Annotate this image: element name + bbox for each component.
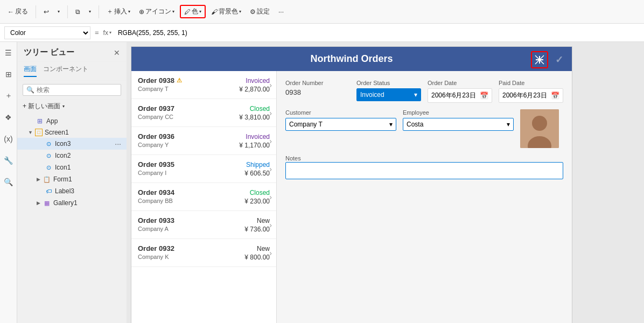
tree-item-icon2[interactable]: ⊙ Icon2 (17, 150, 127, 162)
field-order-date: Order Date 2006年6月23日 📅 (428, 80, 492, 103)
canvas: Northwind Orders ✓ (127, 42, 644, 323)
order-status-select[interactable]: Invoiced ▾ (356, 88, 421, 101)
tab-component[interactable]: コンポーネント (43, 65, 88, 77)
order-chevron: › (269, 137, 272, 145)
order-item-footer: Company T ¥ 2,870.00 (138, 86, 270, 93)
color-label: 色 (192, 7, 198, 16)
order-item[interactable]: Order 0934 Closed Company BB ¥ 230.00 › (131, 183, 276, 211)
close-button[interactable]: ✕ (114, 48, 120, 57)
tree-item-app[interactable]: ⊞ App (17, 115, 127, 127)
chevron-down-icon: ▾ (58, 9, 60, 14)
fx-label: fx (103, 29, 108, 37)
order-date-input[interactable]: 2006年6月23日 📅 (428, 88, 492, 103)
copy-dropdown[interactable]: ▾ (86, 7, 94, 16)
equals-sign: = (95, 29, 99, 37)
add-icon-button[interactable] (531, 51, 548, 68)
order-date-value: 2006年6月23日 (431, 91, 476, 100)
component-icon[interactable]: ❖ (2, 111, 15, 124)
order-number: Order 0937 (138, 104, 174, 113)
order-amount: ¥ 736.00 (244, 226, 270, 233)
property-select[interactable]: Color (4, 26, 90, 39)
chevron-down-icon-screen: ▾ (62, 104, 65, 109)
paid-date-label: Paid Date (499, 80, 563, 86)
order-chevron: › (269, 249, 272, 257)
copy-icon: ⧉ (75, 8, 80, 16)
employee-avatar (520, 109, 559, 148)
order-chevron: › (269, 109, 272, 117)
order-company: Company A (138, 226, 169, 233)
svg-line-4 (535, 60, 539, 64)
chevron-down-status: ▾ (414, 91, 417, 99)
back-button[interactable]: ← 戻る (4, 5, 31, 18)
search-input[interactable] (37, 86, 117, 94)
tree-item-label3[interactable]: 🏷 Label3 (17, 185, 127, 197)
check-icon-button[interactable]: ✓ (550, 51, 568, 68)
more-label: ··· (278, 8, 284, 16)
notes-input[interactable] (285, 162, 563, 179)
wrench-icon[interactable]: 🔧 (2, 154, 15, 167)
undo-button[interactable]: ↩ (40, 6, 52, 18)
tree-item-gallery1[interactable]: ▶ ▦ Gallery1 (17, 197, 127, 209)
detail-grid-row2: Customer Company T ▾ Employee Costa ▾ (285, 109, 563, 148)
icon3-menu[interactable]: ··· (115, 139, 121, 148)
order-status: New (257, 217, 270, 224)
order-item-footer: Company BB ¥ 230.00 (138, 198, 270, 205)
fx-button[interactable]: fx ▾ (103, 29, 111, 37)
paid-date-input[interactable]: 2006年6月23日 📅 (499, 88, 563, 103)
chevron-down-employee: ▾ (507, 121, 510, 128)
order-number: Order 0936 (138, 132, 174, 141)
layers-icon[interactable]: ⊞ (2, 68, 15, 81)
insert-button[interactable]: ＋ 挿入 ▾ (103, 5, 134, 18)
hamburger-icon[interactable]: ☰ (2, 46, 15, 59)
separator-1 (36, 5, 36, 18)
undo-dropdown[interactable]: ▾ (54, 7, 63, 16)
order-item[interactable]: Order 0938 ⚠ Invoiced Company T ¥ 2,870.… (131, 71, 276, 99)
tab-screen[interactable]: 画面 (24, 65, 37, 77)
search-rail-icon[interactable]: 🔍 (2, 175, 15, 188)
new-screen-label: + 新しい画面 (23, 102, 60, 111)
chevron-down-icon-4: ▾ (172, 9, 174, 14)
plus-rail-icon[interactable]: ＋ (2, 89, 15, 102)
sidebar-tabs: 画面 コンポーネント (17, 61, 127, 81)
order-company: Company I (138, 170, 166, 177)
header-actions: ✓ (531, 51, 568, 68)
employee-select[interactable]: Costa ▾ (403, 118, 514, 131)
color-button[interactable]: 🖊 色 ▾ (180, 5, 206, 18)
order-list: Order 0938 ⚠ Invoiced Company T ¥ 2,870.… (131, 71, 277, 323)
paint-icon: 🖌 (211, 8, 218, 16)
plus-icon: ＋ (107, 7, 113, 16)
order-item-header: Order 0934 Closed (138, 188, 270, 196)
icon-label: アイコン (145, 7, 171, 16)
copy-button[interactable]: ⧉ (72, 6, 83, 18)
order-item[interactable]: Order 0937 Closed Company CC ¥ 3,810.00 … (131, 99, 276, 127)
order-item-header: Order 0935 Shipped (138, 160, 270, 168)
tree-item-form1[interactable]: ▶ 📋 Form1 (17, 173, 127, 185)
tree-item-icon1[interactable]: ⊙ Icon1 (17, 162, 127, 173)
variable-icon[interactable]: (x) (2, 132, 15, 145)
field-paid-date: Paid Date 2006年6月23日 📅 (499, 80, 563, 103)
icon-button[interactable]: ⊕ アイコン ▾ (136, 5, 178, 18)
settings-button[interactable]: ⚙ 設定 (247, 5, 273, 18)
order-item[interactable]: Order 0933 New Company A ¥ 736.00 › (131, 211, 276, 239)
expand-arrow-form1: ▶ (37, 177, 40, 182)
customer-select[interactable]: Company T ▾ (285, 118, 396, 131)
search-box[interactable]: 🔍 (23, 84, 121, 96)
more-button[interactable]: ··· (275, 6, 287, 18)
order-item-header: Order 0933 New (138, 216, 270, 224)
bg-color-button[interactable]: 🖌 背景色 ▾ (208, 5, 244, 18)
tree-item-icon3[interactable]: ⊙ Icon3 ··· (17, 138, 127, 150)
order-item[interactable]: Order 0935 Shipped Company I ¥ 606.50 › (131, 155, 276, 183)
order-item[interactable]: Order 0936 Invoiced Company Y ¥ 1,170.00… (131, 127, 276, 155)
icon2-icon: ⊙ (44, 151, 53, 160)
chevron-down-icon-6: ▾ (239, 9, 241, 14)
new-screen-button[interactable]: + 新しい画面 ▾ (17, 100, 127, 113)
tree-label-app: App (46, 117, 58, 125)
formula-bar: Color = fx ▾ RGBA(255, 255, 255, 1) (0, 24, 644, 42)
order-item[interactable]: Order 0932 New Company K ¥ 800.00 › (131, 239, 276, 267)
tree-item-screen1[interactable]: ▼ □ Screen1 (17, 127, 127, 138)
chevron-down-icon-3: ▾ (128, 9, 130, 14)
order-company: Company K (138, 254, 169, 261)
bg-color-label: 背景色 (219, 7, 238, 16)
tree-label-screen1: Screen1 (45, 129, 69, 136)
color-icon: 🖊 (184, 8, 191, 16)
